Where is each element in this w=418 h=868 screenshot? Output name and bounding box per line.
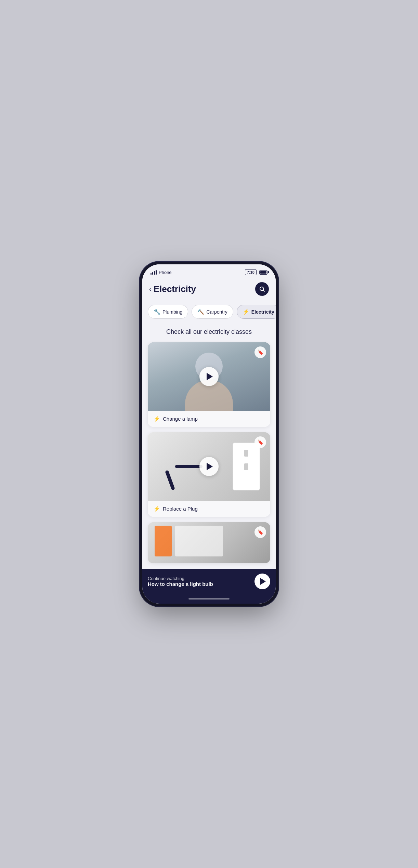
tab-plumbing[interactable]: 🔧 Plumbing — [148, 305, 188, 319]
video-card-lamp: 🔖 ⚡ Change a lamp — [148, 342, 270, 427]
carrier-label: Phone — [159, 270, 172, 275]
play-button-lamp[interactable] — [199, 367, 219, 386]
svg-line-1 — [263, 290, 264, 291]
tab-electricity[interactable]: ⚡ Electricity — [237, 305, 276, 319]
video-thumbnail-plug: 🔖 — [148, 432, 270, 501]
electricity-tab-icon: ⚡ — [243, 308, 249, 315]
time-display: 7:10 — [245, 269, 257, 275]
signal-icon — [151, 270, 157, 275]
video-card-plug: 🔖 ⚡ Replace a Plug — [148, 432, 270, 517]
bookmark-button-circuit[interactable]: 🔖 — [254, 526, 266, 538]
video-card-circuit: 🔖 — [148, 522, 270, 563]
continue-watching-bar[interactable]: Continue watching How to change a light … — [142, 569, 276, 594]
continue-play-icon — [260, 578, 266, 585]
status-right: 7:10 — [245, 269, 267, 275]
video-info-lamp: ⚡ Change a lamp — [148, 411, 270, 427]
plumbing-icon: 🔧 — [154, 308, 160, 315]
cord-decoration — [175, 465, 203, 468]
carpentry-icon: 🔨 — [197, 308, 204, 315]
section-title: Check all our electricity classes — [142, 324, 276, 342]
play-icon-lamp — [207, 373, 213, 380]
lightning-icon-plug: ⚡ — [153, 505, 160, 512]
page-header: ‹ Electricity — [142, 278, 276, 301]
bookmark-icon-plug: 🔖 — [258, 439, 263, 445]
continue-watching-label: Continue watching — [148, 576, 213, 581]
tab-carpentry[interactable]: 🔨 Carpentry — [192, 305, 233, 319]
outlet-decoration — [233, 443, 260, 490]
bookmark-icon-lamp: 🔖 — [258, 350, 263, 355]
status-bar: Phone 7:10 — [142, 264, 276, 278]
circuit-box-decoration — [175, 526, 223, 556]
search-button[interactable] — [255, 282, 269, 296]
page-title: Electricity — [154, 284, 196, 294]
video-thumbnail-lamp: 🔖 — [148, 342, 270, 411]
video-title-plug: Replace a Plug — [163, 506, 198, 512]
video-info-plug: ⚡ Replace a Plug — [148, 501, 270, 517]
bookmark-button-plug[interactable]: 🔖 — [254, 436, 266, 448]
lightning-icon-lamp: ⚡ — [153, 416, 160, 422]
battery-fill — [260, 271, 266, 274]
svg-point-0 — [260, 287, 264, 291]
circuit-decoration — [155, 526, 172, 556]
home-bar — [142, 594, 276, 604]
continue-watching-title: How to change a light bulb — [148, 581, 213, 587]
header-left: ‹ Electricity — [149, 284, 196, 294]
bookmark-button-lamp[interactable]: 🔖 — [254, 346, 266, 358]
play-button-plug[interactable] — [199, 457, 219, 476]
category-tabs: 🔧 Plumbing 🔨 Carpentry ⚡ Electricity — [142, 301, 276, 324]
play-icon-plug — [207, 463, 213, 470]
phone-frame: Phone 7:10 ‹ Electricity 🔧 Plumbing — [142, 264, 276, 604]
video-thumbnail-circuit: 🔖 — [148, 522, 270, 563]
video-title-lamp: Change a lamp — [163, 416, 198, 422]
search-icon — [259, 286, 265, 292]
bookmark-icon-circuit: 🔖 — [258, 529, 263, 535]
home-indicator — [188, 598, 230, 600]
battery-icon — [259, 270, 267, 275]
status-left: Phone — [151, 270, 172, 275]
continue-play-button[interactable] — [254, 574, 270, 589]
main-content: 🔧 Plumbing 🔨 Carpentry ⚡ Electricity Che… — [142, 301, 276, 569]
back-button[interactable]: ‹ — [149, 285, 152, 293]
continue-watching-text: Continue watching How to change a light … — [148, 576, 213, 587]
